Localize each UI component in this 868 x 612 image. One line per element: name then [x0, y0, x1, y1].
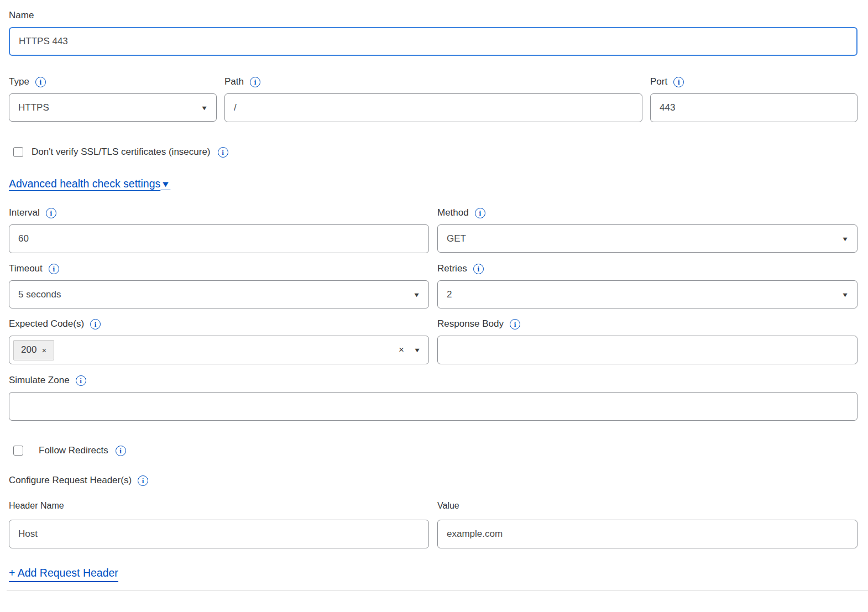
simulate-zone-label: Simulate Zone: [9, 375, 70, 386]
name-field-group: Name: [9, 10, 857, 56]
follow-redirects-label: Follow Redirects: [39, 445, 108, 456]
timeout-retries-row: Timeout i 5 seconds ▼ Retries i 2 ▼: [9, 263, 857, 308]
ssl-verify-row: Don't verify SSL/TLS certificates (insec…: [9, 147, 857, 158]
interval-input[interactable]: [9, 224, 429, 253]
method-info-icon[interactable]: i: [475, 208, 485, 218]
expected-codes-info-icon[interactable]: i: [90, 319, 101, 329]
simulate-zone-info-icon[interactable]: i: [76, 375, 86, 386]
ssl-verify-checkbox[interactable]: [13, 147, 23, 157]
timeout-select[interactable]: 5 seconds ▼: [9, 280, 429, 308]
codes-body-row: Expected Code(s) i 200 × × ▼ Response Bo…: [9, 318, 857, 364]
expected-code-tag[interactable]: 200 ×: [13, 340, 54, 360]
type-path-port-row: Type i HTTPS ▼ Path i Port i: [9, 76, 857, 122]
name-label: Name: [9, 10, 34, 21]
caret-down-icon: ▼: [841, 236, 849, 242]
retries-select[interactable]: 2 ▼: [437, 280, 857, 308]
interval-method-row: Interval i Method i GET ▼: [9, 207, 857, 253]
type-select-value: HTTPS: [18, 102, 49, 113]
response-body-info-icon[interactable]: i: [510, 319, 520, 329]
follow-redirects-checkbox[interactable]: [13, 446, 23, 456]
type-select[interactable]: HTTPS ▼: [9, 93, 217, 122]
caret-down-icon[interactable]: ▼: [414, 347, 421, 353]
retries-info-icon[interactable]: i: [473, 264, 484, 274]
tag-remove-icon[interactable]: ×: [41, 346, 46, 355]
simulate-zone-input[interactable]: [9, 392, 857, 421]
expected-codes-multiselect[interactable]: 200 × × ▼: [9, 336, 429, 364]
path-label: Path: [224, 76, 244, 87]
health-check-form: Name Type i HTTPS ▼ Path i Port i: [0, 0, 868, 601]
header-value-input[interactable]: [437, 520, 857, 548]
type-label: Type: [9, 76, 29, 87]
configure-request-headers-label: Configure Request Header(s): [9, 475, 132, 486]
section-divider: [7, 590, 868, 590]
ssl-verify-info-icon[interactable]: i: [218, 147, 228, 158]
configure-request-headers-info-icon[interactable]: i: [138, 475, 148, 486]
add-request-header-link[interactable]: + Add Request Header: [9, 567, 118, 582]
caret-down-icon: ▼: [841, 291, 849, 298]
type-info-icon[interactable]: i: [35, 77, 46, 87]
interval-label: Interval: [9, 207, 40, 218]
timeout-label: Timeout: [9, 263, 43, 274]
path-info-icon[interactable]: i: [250, 77, 260, 87]
path-input[interactable]: [224, 93, 642, 122]
ssl-verify-label: Don't verify SSL/TLS certificates (insec…: [32, 147, 211, 158]
caret-down-icon: ▼: [161, 179, 171, 189]
response-body-label: Response Body: [437, 318, 504, 329]
request-header-row: Header Name Value: [9, 501, 857, 548]
clear-all-icon[interactable]: ×: [399, 344, 404, 355]
expected-codes-label: Expected Code(s): [9, 318, 84, 329]
timeout-select-value: 5 seconds: [18, 289, 61, 300]
name-input[interactable]: [9, 27, 857, 56]
timeout-info-icon[interactable]: i: [49, 264, 59, 274]
interval-info-icon[interactable]: i: [46, 208, 56, 218]
follow-redirects-row: Follow Redirects i: [9, 445, 857, 456]
header-value-column-label: Value: [437, 501, 857, 511]
advanced-settings-link[interactable]: Advanced health check settings▼: [9, 177, 170, 190]
advanced-settings-link-label: Advanced health check settings: [9, 177, 160, 190]
caret-down-icon: ▼: [201, 104, 208, 111]
retries-select-value: 2: [447, 289, 452, 300]
header-name-input[interactable]: [9, 520, 429, 548]
simulate-zone-group: Simulate Zone i: [9, 375, 857, 421]
port-info-icon[interactable]: i: [673, 77, 684, 87]
caret-down-icon: ▼: [413, 291, 421, 298]
method-select-value: GET: [447, 233, 466, 244]
response-body-input[interactable]: [437, 336, 857, 364]
port-label: Port: [650, 76, 667, 87]
port-input[interactable]: [650, 93, 857, 122]
follow-redirects-info-icon[interactable]: i: [116, 446, 126, 456]
expected-code-tag-value: 200: [21, 344, 36, 355]
header-name-column-label: Header Name: [9, 501, 429, 511]
method-label: Method: [437, 207, 469, 218]
method-select[interactable]: GET ▼: [437, 224, 857, 253]
retries-label: Retries: [437, 263, 467, 274]
